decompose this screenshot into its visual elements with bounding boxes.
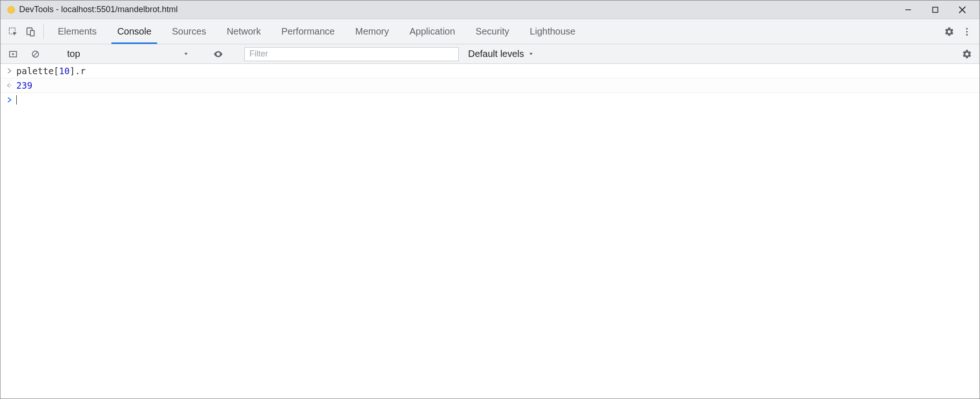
tab-console[interactable]: Console (107, 19, 161, 44)
window-close-button[interactable] (949, 0, 976, 19)
svg-marker-12 (12, 53, 14, 55)
devtools-tabs: Elements Console Sources Network Perform… (48, 19, 586, 44)
window-title: DevTools - localhost:5501/mandelbrot.htm… (19, 5, 178, 14)
window-minimize-button[interactable] (895, 0, 922, 19)
tab-label: Sources (172, 26, 206, 37)
window-titlebar: DevTools - localhost:5501/mandelbrot.htm… (0, 0, 980, 19)
tab-memory[interactable]: Memory (345, 19, 399, 44)
tab-label: Elements (58, 26, 97, 37)
svg-rect-7 (30, 30, 34, 36)
text-cursor (16, 95, 17, 105)
svg-point-10 (966, 34, 968, 35)
svg-line-14 (33, 52, 38, 56)
tab-label: Performance (282, 26, 335, 37)
tab-label: Lighthouse (530, 26, 575, 37)
device-toolbar-icon[interactable] (22, 19, 40, 44)
svg-marker-15 (185, 53, 188, 55)
console-body[interactable]: palette[10].r 239 (0, 64, 980, 107)
clear-console-icon[interactable] (27, 49, 44, 59)
console-output-row: 239 (0, 78, 980, 93)
svg-point-17 (10, 85, 11, 86)
execution-context-select[interactable]: top (62, 49, 192, 59)
filter-input[interactable] (244, 47, 459, 61)
levels-label: Default levels (468, 49, 524, 59)
more-icon[interactable] (958, 19, 976, 44)
log-levels-select[interactable]: Default levels (463, 49, 534, 59)
tab-performance[interactable]: Performance (271, 19, 345, 44)
devtools-tabs-bar: Elements Console Sources Network Perform… (0, 19, 980, 44)
tab-elements[interactable]: Elements (48, 19, 107, 44)
svg-point-0 (8, 6, 15, 13)
chevron-right-icon (5, 68, 14, 74)
console-input-row: palette[10].r (0, 64, 980, 78)
tab-label: Console (117, 26, 151, 37)
console-settings-gear-icon[interactable] (958, 49, 976, 59)
divider (43, 24, 44, 39)
window-maximize-button[interactable] (922, 0, 949, 19)
inspect-element-icon[interactable] (4, 19, 22, 44)
context-label: top (67, 49, 80, 59)
code-text: palette[10].r (16, 66, 86, 76)
tab-security[interactable]: Security (465, 19, 519, 44)
toggle-sidebar-icon[interactable] (4, 49, 22, 59)
tab-label: Security (476, 26, 509, 37)
tab-lighthouse[interactable]: Lighthouse (519, 19, 586, 44)
svg-point-9 (966, 31, 968, 33)
svg-point-8 (966, 28, 968, 29)
tab-sources[interactable]: Sources (162, 19, 216, 44)
tab-label: Memory (355, 26, 389, 37)
chevron-down-icon (528, 49, 534, 59)
tab-label: Application (409, 26, 455, 37)
output-value: 239 (16, 80, 32, 91)
gear-icon[interactable] (940, 19, 958, 44)
tab-network[interactable]: Network (216, 19, 271, 44)
chevron-right-icon (5, 97, 14, 103)
prompt-input[interactable] (16, 95, 17, 105)
chevron-down-icon (183, 49, 189, 59)
devtools-app-icon (7, 6, 15, 14)
return-arrow-icon (5, 83, 14, 88)
live-expression-eye-icon[interactable] (209, 49, 227, 59)
svg-marker-16 (530, 53, 533, 55)
console-toolbar: top Default levels (0, 44, 980, 64)
tab-application[interactable]: Application (399, 19, 465, 44)
tab-label: Network (227, 26, 261, 37)
svg-rect-2 (933, 7, 938, 12)
console-prompt-row[interactable] (0, 93, 980, 107)
